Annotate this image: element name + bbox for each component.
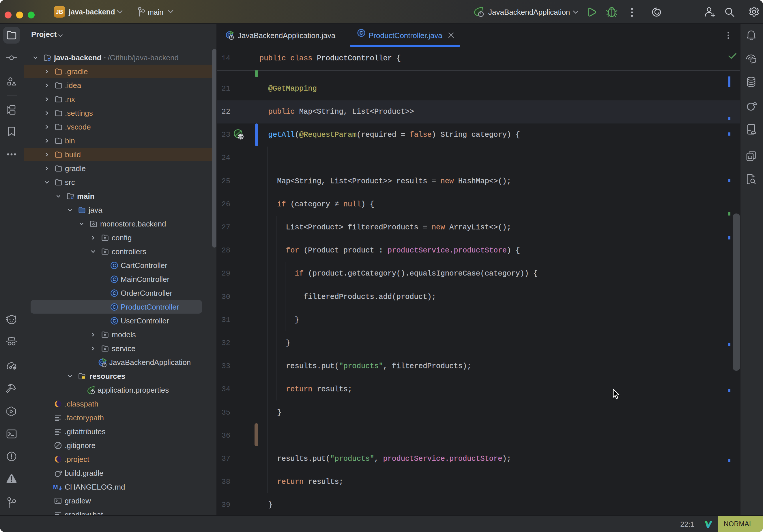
svg-text:C: C [360,30,363,36]
